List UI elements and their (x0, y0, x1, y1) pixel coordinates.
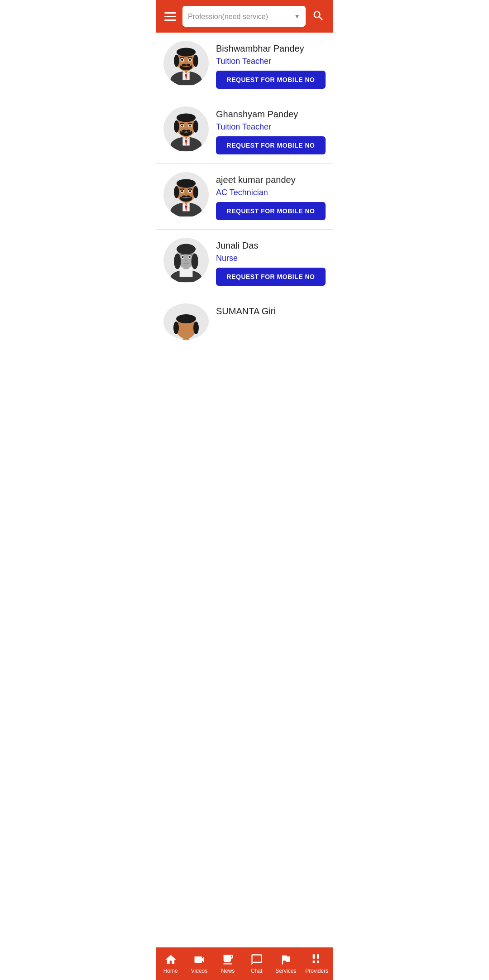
search-button[interactable] (310, 8, 326, 25)
item-name: Ghanshyam Pandey (216, 109, 326, 120)
item-name: ajeet kumar pandey (216, 175, 326, 185)
item-info: ajeet kumar pandey AC Technician REQUEST… (216, 172, 326, 220)
svg-point-55 (189, 190, 191, 192)
request-mobile-button[interactable]: REQUEST FOR MOBILE NO (216, 71, 326, 89)
avatar (163, 238, 209, 283)
svg-point-17 (182, 64, 186, 66)
item-name: Junali Das (216, 240, 326, 251)
menu-button[interactable] (163, 10, 178, 23)
svg-point-7 (193, 55, 198, 67)
svg-point-54 (181, 190, 183, 192)
svg-point-39 (186, 130, 191, 132)
list-item: Junali Das Nurse REQUEST FOR MOBILE NO (156, 230, 333, 295)
request-mobile-button[interactable]: REQUEST FOR MOBILE NO (216, 268, 326, 286)
svg-point-49 (193, 186, 198, 198)
svg-point-27 (174, 120, 179, 133)
chevron-down-icon: ▼ (294, 13, 300, 20)
avatar (163, 303, 209, 340)
search-icon (312, 10, 325, 22)
svg-point-74 (182, 256, 184, 258)
item-info: SUMANTA Giri (216, 303, 326, 317)
item-profession: Nurse (216, 254, 326, 263)
svg-point-6 (174, 55, 179, 67)
svg-point-67 (177, 244, 196, 255)
svg-point-82 (193, 322, 199, 334)
svg-point-18 (186, 64, 191, 66)
svg-point-59 (182, 195, 186, 197)
request-mobile-button[interactable]: REQUEST FOR MOBILE NO (216, 202, 326, 220)
avatar (163, 106, 209, 152)
avatar (163, 172, 209, 217)
list-item: Ghanshyam Pandey Tuition Teacher REQUEST… (156, 98, 333, 164)
svg-point-38 (182, 130, 186, 132)
svg-point-12 (181, 59, 183, 61)
app-header: Profession(need service)Tuition TeacherA… (156, 0, 333, 33)
avatar (163, 41, 209, 86)
svg-point-48 (174, 186, 179, 198)
svg-point-26 (177, 113, 196, 122)
item-info: Ghanshyam Pandey Tuition Teacher REQUEST… (216, 106, 326, 154)
svg-point-68 (174, 254, 181, 269)
svg-point-80 (176, 314, 196, 323)
svg-point-33 (181, 125, 183, 127)
list-item: Bishwambhar Pandey Tuition Teacher REQUE… (156, 33, 333, 98)
svg-point-34 (189, 125, 191, 127)
svg-point-76 (185, 260, 187, 261)
item-info: Junali Das Nurse REQUEST FOR MOBILE NO (216, 238, 326, 286)
item-profession: Tuition Teacher (216, 57, 326, 66)
search-bar[interactable]: Profession(need service)Tuition TeacherA… (182, 6, 306, 27)
item-name: Bishwambhar Pandey (216, 43, 326, 54)
svg-point-5 (177, 48, 196, 56)
svg-point-75 (188, 256, 191, 258)
item-profession: Tuition Teacher (216, 122, 326, 132)
request-mobile-button[interactable]: REQUEST FOR MOBILE NO (216, 136, 326, 154)
list-item: SUMANTA Giri (156, 295, 333, 349)
item-info: Bishwambhar Pandey Tuition Teacher REQUE… (216, 41, 326, 89)
svg-point-81 (173, 322, 179, 334)
svg-point-13 (189, 59, 191, 61)
item-name: SUMANTA Giri (216, 306, 326, 317)
profession-select[interactable]: Profession(need service)Tuition TeacherA… (188, 13, 292, 20)
svg-point-28 (193, 120, 198, 133)
svg-point-47 (177, 179, 196, 187)
item-profession: AC Technician (216, 188, 326, 197)
svg-point-69 (192, 254, 198, 269)
list-item: ajeet kumar pandey AC Technician REQUEST… (156, 164, 333, 230)
service-list: Bishwambhar Pandey Tuition Teacher REQUE… (156, 33, 333, 385)
svg-point-60 (186, 195, 191, 197)
